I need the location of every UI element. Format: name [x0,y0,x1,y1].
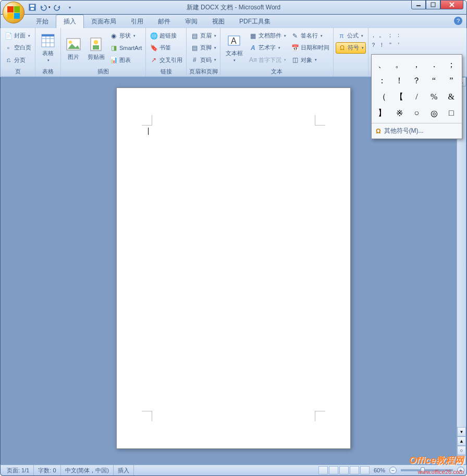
symbol-icon: Ω [338,44,346,52]
wordart-button[interactable]: A艺术字▾ [247,42,288,54]
office-button[interactable] [3,2,24,23]
clipart-button[interactable]: 剪贴画 [85,30,106,66]
symbol-item[interactable]: ◎ [426,105,443,121]
label: 符号 [348,44,359,52]
tab-mailings[interactable]: 邮件 [151,15,178,28]
view-outline-button[interactable] [350,466,359,474]
symbol-item[interactable]: ？ [408,73,425,89]
group-label [334,68,368,77]
symbol-item[interactable]: 【 [391,89,408,105]
label: SmartArt [119,45,142,51]
prev-page-button[interactable]: ▲ [457,436,466,446]
symbol-item[interactable]: ． [426,57,443,72]
chart-button[interactable]: 📊图表 [108,54,143,66]
tab-references[interactable]: 引用 [124,15,151,28]
punct-dquote[interactable]: " [386,39,394,51]
page-break-button[interactable]: ⎌分页 [3,54,33,66]
symbol-item[interactable]: % [426,89,443,105]
cover-page-button[interactable]: 📄封面▾ [3,30,33,42]
tab-pdf-tools[interactable]: PDF工具集 [232,15,278,28]
view-full-screen-button[interactable] [329,466,338,474]
signature-icon: ✎ [291,32,299,40]
cross-ref-button[interactable]: ↗交叉引用 [148,54,184,66]
margin-mark-icon [142,411,152,421]
symbol-item[interactable]: 。 [391,57,408,72]
page[interactable] [116,87,351,449]
page-number-button[interactable]: #页码▾ [189,54,218,66]
redo-button[interactable] [52,2,63,13]
symbol-item[interactable]: （ [374,89,390,105]
undo-button[interactable]: ▾ [39,2,51,13]
picture-icon [65,36,82,53]
symbol-item[interactable]: 、 [374,57,390,72]
qat-customize[interactable]: ▾ [64,2,76,13]
smartart-button[interactable]: ◨SmartArt [108,42,143,54]
save-button[interactable] [27,2,38,13]
more-symbols-button[interactable]: Ω 其他符号(M)... [372,123,462,139]
label: 图表 [119,56,131,64]
object-button[interactable]: ◫对象▾ [289,54,331,66]
object-icon: ◫ [291,56,299,64]
header-button[interactable]: ▤页眉▾ [189,30,218,42]
window-controls [411,0,463,9]
symbol-item[interactable]: ○ [408,105,425,121]
wordart-icon: A [249,44,257,52]
blank-page-icon: ▫ [4,44,13,52]
quick-parts-button[interactable]: ▦文档部件▾ [247,30,288,42]
tab-insert[interactable]: 插入 [56,15,84,28]
symbol-item[interactable]: ！ [391,73,408,89]
equation-button[interactable]: π公式▾ [336,30,366,42]
label: 分页 [14,56,26,64]
punct-squote[interactable]: ' [395,39,402,51]
view-draft-button[interactable] [360,466,370,474]
symbol-item[interactable]: 】 [374,105,390,121]
status-mode[interactable]: 插入 [114,465,134,475]
view-print-layout-button[interactable] [318,466,328,474]
bookmark-button[interactable]: 🔖书签 [148,42,184,54]
symbol-item[interactable]: □ [443,105,460,121]
symbol-item[interactable]: / [408,89,425,105]
label: 签名行 [301,32,318,40]
shapes-button[interactable]: ◉形状▾ [108,30,143,42]
symbol-item[interactable]: ： [374,73,390,89]
status-page[interactable]: 页面: 1/1 [3,465,34,475]
symbol-button[interactable]: Ω符号▾ [336,42,366,54]
symbol-item[interactable]: & [443,89,460,105]
svg-rect-17 [93,45,99,49]
help-button[interactable]: ? [454,17,462,25]
hyperlink-button[interactable]: 🌐超链接 [148,30,184,42]
symbol-item[interactable]: ” [443,73,460,89]
symbol-item[interactable]: ； [443,57,460,72]
tab-review[interactable]: 审阅 [178,15,205,28]
maximize-button[interactable] [426,0,440,9]
date-time-button[interactable]: 📅日期和时间 [289,42,331,54]
tab-page-layout[interactable]: 页面布局 [84,15,124,28]
text-box-button[interactable]: A 文本框▾ [223,30,245,66]
zoom-out-button[interactable]: − [389,467,397,474]
punct-exclaim[interactable]: ！ [378,39,386,51]
symbol-item[interactable]: ， [408,57,425,72]
symbol-item[interactable]: “ [426,73,443,89]
footer-icon: ▤ [190,44,199,52]
status-words[interactable]: 字数: 0 [34,465,60,475]
label: 页脚 [200,44,212,52]
punct-question[interactable]: ？ [370,39,377,51]
tab-view[interactable]: 视图 [205,15,232,28]
drop-cap-button[interactable]: A≡首字下沉▾ [247,54,288,66]
minimize-button[interactable] [411,0,426,9]
status-lang[interactable]: 中文(简体，中国) [61,465,114,475]
blank-page-button[interactable]: ▫空白页 [3,42,33,54]
symbol-item[interactable]: ※ [391,105,408,121]
margin-mark-icon [142,115,152,126]
signature-button[interactable]: ✎签名行▾ [289,30,331,42]
footer-button[interactable]: ▤页脚▾ [189,42,218,54]
label: 其他符号(M)... [384,127,424,135]
view-web-layout-button[interactable] [339,466,349,474]
tab-home[interactable]: 开始 [29,15,56,28]
zoom-level[interactable]: 60% [374,467,385,473]
picture-button[interactable]: 图片 [63,30,84,66]
cover-page-icon: 📄 [4,32,13,40]
table-button[interactable]: 表格▾ [38,30,58,66]
scroll-down-button[interactable]: ▼ [457,427,466,436]
close-button[interactable] [440,0,463,9]
